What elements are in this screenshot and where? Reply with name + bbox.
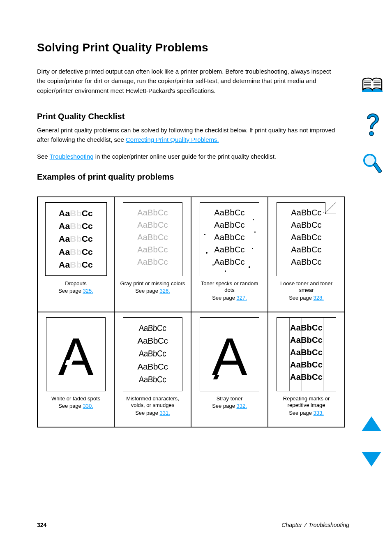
chapter-label: Chapter 7 Troubleshooting	[281, 522, 349, 528]
page-number: 324	[37, 522, 46, 528]
sample-line: AaBbCc	[291, 207, 322, 219]
sidebar	[360, 74, 385, 176]
defect-cell-white-spots: A White or faded spots See page 330.	[37, 312, 114, 427]
defect-caption-text: Repeating marks or repetitive image	[283, 395, 330, 409]
link-troubleshooting[interactable]: Troubleshooting	[50, 153, 94, 160]
sample-line: AaBbCc	[291, 244, 322, 256]
see-label: See page	[135, 288, 159, 294]
sample-line: AaBbCc	[214, 244, 245, 256]
defect-cell-loose-toner: AaBbCc AaBbCc AaBbCc AaBbCc AaBbCc Loose…	[268, 197, 345, 312]
defect-caption-text: Toner specks or random dots	[201, 280, 258, 293]
defect-caption-text: Stray toner	[217, 395, 243, 402]
defect-caption: Misformed characters, voids, or smudges …	[118, 395, 187, 417]
magnifier-icon	[362, 153, 382, 176]
contents-button[interactable]	[360, 74, 385, 97]
see-label: See page	[212, 295, 236, 301]
see-label: See page	[289, 295, 313, 301]
checklist-body-1: General print quality problems can be so…	[37, 125, 341, 145]
search-button[interactable]	[360, 153, 385, 176]
big-a-glyph: A	[58, 330, 94, 384]
page-link[interactable]: 328.	[313, 295, 323, 301]
sample-line: AaBbCc	[137, 256, 168, 268]
defect-thumb-toner-specks: AaBbCc AaBbCc AaBbCc AaBbCc AaBbCc	[200, 202, 259, 276]
defect-caption: White or faded spots See page 330.	[50, 395, 102, 410]
checklist-body-2-post: in the copier/printer online user guide …	[94, 153, 276, 160]
page-link[interactable]: 331.	[159, 410, 170, 416]
sample-line: AaBbCc	[137, 219, 168, 231]
svg-point-8	[369, 132, 374, 136]
sample-line: AaBbCc	[137, 207, 168, 219]
defect-thumb-repeating-marks: AaBbCc AaBbCc AaBbCc AaBbCc AaBbCc	[277, 317, 336, 391]
sample-line: AaBbCc	[137, 231, 168, 243]
see-label: See page	[58, 288, 83, 294]
page-up-button[interactable]	[362, 416, 381, 431]
defect-cell-toner-specks: AaBbCc AaBbCc AaBbCc AaBbCc AaBbCc Toner…	[191, 197, 268, 312]
page-footer: 324 Chapter 7 Troubleshooting	[37, 522, 349, 528]
sample-line: AaBbCc	[291, 219, 322, 231]
defect-thumb-gray-print: AaBbCc AaBbCc AaBbCc AaBbCc AaBbCc	[123, 202, 182, 276]
sample-line: AaBbCc	[291, 231, 322, 243]
defect-cell-dropouts: AaBbCc AaBbCc AaBbCc AaBbCc AaBbCc Dropo…	[37, 197, 114, 312]
checklist-body-2-pre: See	[37, 153, 50, 160]
defect-cell-misformed: AaBbCc AaBbCc AaBbCc AaBbCc AaBbCc Misfo…	[114, 312, 191, 427]
defect-thumb-white-spots: A	[46, 317, 106, 391]
checklist-heading: Print Quality Checklist	[37, 112, 349, 121]
defect-thumb-misformed: AaBbCc AaBbCc AaBbCc AaBbCc AaBbCc	[123, 317, 182, 391]
sample-line: AaBbCc	[137, 244, 168, 256]
see-label: See page	[212, 403, 236, 409]
book-icon	[360, 76, 384, 95]
defect-cell-repeating-marks: AaBbCc AaBbCc AaBbCc AaBbCc AaBbCc Repea…	[268, 312, 345, 427]
defect-caption: Repeating marks or repetitive image See …	[272, 395, 341, 417]
defect-caption: Toner specks or random dots See page 327…	[195, 280, 264, 302]
defect-grid: AaBbCc AaBbCc AaBbCc AaBbCc AaBbCc Dropo…	[37, 196, 345, 427]
defect-caption: Dropouts See page 325.	[57, 280, 95, 295]
defect-caption: Gray print or missing colors See page 32…	[118, 280, 187, 295]
defect-caption-text: Gray print or missing colors	[120, 280, 185, 287]
link-correcting-problems[interactable]: Correcting Print Quality Problems.	[126, 136, 219, 143]
see-label: See page	[289, 410, 313, 416]
defect-caption-text: Dropouts	[65, 280, 87, 287]
see-label: See page	[58, 403, 83, 409]
page-link[interactable]: 330.	[83, 403, 93, 409]
defect-thumb-stray-toner: A	[200, 317, 259, 391]
sample-line: AaBbCc	[214, 219, 245, 231]
sample-line: AaBbCc	[291, 256, 322, 268]
page-link[interactable]: 332.	[236, 403, 247, 409]
defect-caption: Loose toner and toner smear See page 328…	[272, 280, 341, 302]
defect-caption: Stray toner See page 332.	[210, 395, 249, 410]
defect-cell-gray-print: AaBbCc AaBbCc AaBbCc AaBbCc AaBbCc Gray …	[114, 197, 191, 312]
defect-thumb-loose-toner: AaBbCc AaBbCc AaBbCc AaBbCc AaBbCc	[277, 202, 336, 276]
sample-line: AaBbCc	[214, 207, 245, 219]
examples-heading: Examples of print quality problems	[37, 172, 349, 182]
help-button[interactable]	[360, 113, 385, 136]
page-nav	[362, 416, 381, 467]
page-link[interactable]: 327.	[236, 295, 247, 301]
sample-line: AaBbCc	[214, 256, 245, 268]
svg-rect-10	[373, 162, 382, 173]
sample-line: AaBbCc	[214, 231, 245, 243]
defect-thumb-dropouts: AaBbCc AaBbCc AaBbCc AaBbCc AaBbCc	[45, 202, 107, 276]
page-link[interactable]: 326.	[159, 288, 170, 294]
page-title: Solving Print Quality Problems	[37, 41, 349, 54]
page-link[interactable]: 325.	[83, 288, 93, 294]
defect-caption-text: Loose toner and toner smear	[280, 280, 332, 293]
intro-text: Dirty or defective printed output can of…	[37, 67, 341, 95]
question-mark-icon	[364, 113, 380, 137]
defect-cell-stray-toner: A Stray toner See page 332.	[191, 312, 268, 427]
checklist-body-2: See Troubleshooting in the copier/printe…	[37, 152, 341, 161]
page-link[interactable]: 333.	[313, 410, 323, 416]
page-down-button[interactable]	[362, 452, 381, 467]
defect-caption-text: White or faded spots	[51, 395, 100, 402]
see-label: See page	[135, 410, 159, 416]
defect-caption-text: Misformed characters, voids, or smudges	[126, 395, 179, 409]
